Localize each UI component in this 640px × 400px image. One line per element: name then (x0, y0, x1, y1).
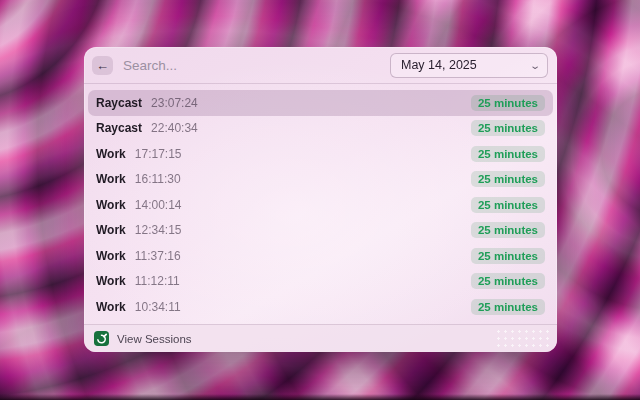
session-name: Work (96, 198, 126, 212)
session-row[interactable]: Work 12:34:15 25 minutes (88, 218, 553, 244)
footer: View Sessions (84, 324, 557, 352)
duration-badge: 25 minutes (471, 171, 545, 187)
session-name: Work (96, 172, 126, 186)
session-name: Work (96, 147, 126, 161)
session-time: 14:00:14 (135, 198, 182, 212)
session-time: 11:12:11 (135, 274, 180, 288)
session-time: 16:11:30 (135, 172, 181, 186)
session-name: Work (96, 223, 126, 237)
session-time: 12:34:15 (135, 223, 182, 237)
search-input[interactable] (121, 57, 390, 74)
session-row[interactable]: Work 10:34:11 25 minutes (88, 294, 553, 320)
duration-badge: 25 minutes (471, 95, 545, 111)
chevron-down-icon: ⌄ (529, 60, 541, 71)
sessions-window: ← May 14, 2025 ⌄ Raycast 23:07:24 25 min… (84, 47, 557, 352)
view-sessions-button[interactable]: View Sessions (117, 333, 192, 345)
session-row[interactable]: Raycast 23:07:24 25 minutes (88, 90, 553, 116)
session-row[interactable]: Raycast 22:40:34 25 minutes (88, 116, 553, 142)
duration-badge: 25 minutes (471, 146, 545, 162)
session-time: 17:17:15 (135, 147, 182, 161)
header: ← May 14, 2025 ⌄ (84, 47, 557, 83)
duration-badge: 25 minutes (471, 299, 545, 315)
session-row[interactable]: Work 11:37:16 25 minutes (88, 243, 553, 269)
session-time: 22:40:34 (151, 121, 198, 135)
session-name: Work (96, 300, 126, 314)
dot-texture (495, 328, 549, 349)
session-row[interactable]: Work 11:12:11 25 minutes (88, 269, 553, 295)
duration-badge: 25 minutes (471, 273, 545, 289)
back-button[interactable]: ← (92, 56, 113, 75)
duration-badge: 25 minutes (471, 120, 545, 136)
session-time: 10:34:11 (135, 300, 181, 314)
session-row[interactable]: Work 17:17:15 25 minutes (88, 141, 553, 167)
duration-badge: 25 minutes (471, 197, 545, 213)
duration-badge: 25 minutes (471, 222, 545, 238)
session-name: Work (96, 249, 126, 263)
date-dropdown[interactable]: May 14, 2025 ⌄ (390, 53, 548, 78)
session-list: Raycast 23:07:24 25 minutes Raycast 22:4… (84, 84, 557, 320)
date-dropdown-value: May 14, 2025 (401, 58, 477, 72)
session-name: Raycast (96, 121, 142, 135)
view-sessions-app-icon (94, 331, 109, 346)
arrow-left-icon: ← (96, 59, 109, 72)
session-row[interactable]: Work 14:00:14 25 minutes (88, 192, 553, 218)
session-name: Work (96, 274, 126, 288)
session-time: 23:07:24 (151, 96, 198, 110)
session-name: Raycast (96, 96, 142, 110)
session-row[interactable]: Work 16:11:30 25 minutes (88, 167, 553, 193)
duration-badge: 25 minutes (471, 248, 545, 264)
session-time: 11:37:16 (135, 249, 181, 263)
